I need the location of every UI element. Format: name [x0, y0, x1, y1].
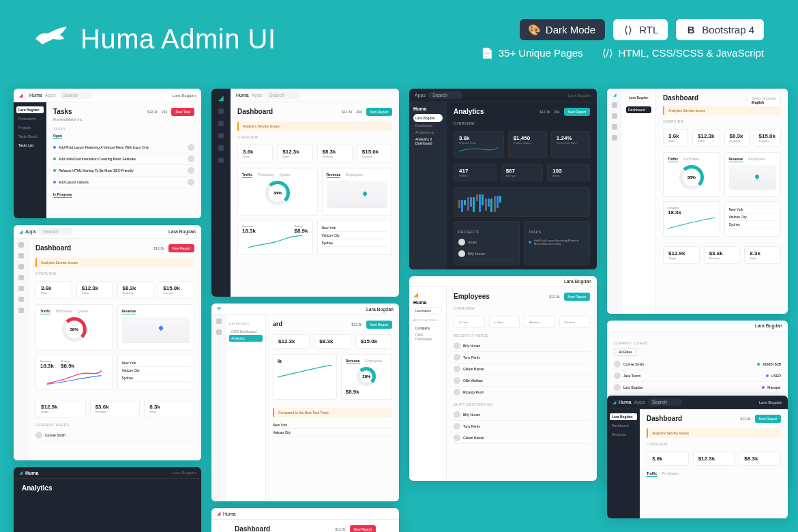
page-title: Tasks — [53, 108, 83, 115]
sidebar: Lara Bogdan Productivity Projects Tasks … — [14, 102, 46, 218]
task-row: Add Initial Documentation Covering Basic… — [53, 153, 194, 165]
code-icon: ⟨/⟩ — [602, 48, 613, 59]
task-row: Refactor HTML Markup To Be More SEO Frie… — [53, 165, 194, 177]
line-chart — [242, 234, 308, 250]
logo-icon: ◢ — [218, 94, 224, 102]
rtl-badge: ⟨⟩ RTL — [613, 19, 668, 40]
new-task-button[interactable]: New Task — [171, 108, 194, 116]
new-report-button[interactable]: New Report — [366, 108, 392, 116]
screenshot-analytics-dark: AppsSearchLara Bogdan Huma Lara Bogdan D… — [409, 89, 597, 269]
screenshot-employees: Lara Bogdan ◢ Huma Lara Bogdan APPLICATI… — [409, 276, 597, 481]
paint-icon: 🎨 — [529, 25, 540, 35]
donut-chart: 38% — [265, 181, 290, 205]
bootstrap-icon: B — [685, 25, 696, 35]
page-title: Analytics — [454, 108, 484, 115]
task-row: Add Fluid Layout Featuring A Vertical Me… — [53, 142, 194, 153]
sidebar-item: Tasks Board — [16, 133, 44, 140]
screenshot-dashboard-darkside: ◢ HumaAppsSearch Dashboard $12.3k264New … — [211, 89, 399, 297]
huma-bird-icon — [34, 25, 68, 53]
dark-mode-badge: 🎨 Dark Mode — [520, 19, 605, 40]
screenshot-dashboard-dark-bottom: ◢HumaAppsSearchLara Bogdan Lara BogdanDa… — [607, 396, 788, 518]
pages-count: 📄 35+ Unique Pages — [482, 47, 583, 59]
logo-icon: ◢ — [19, 93, 23, 98]
task-row: Add Layout Options — [53, 177, 194, 188]
screenshot-dashboard-lang: ◢ Lara Bogdan Dashboard Select language … — [607, 89, 788, 314]
screenshot-grid: ◢ Huma Apps Search Lara Bogdan Lara Bogd… — [14, 89, 784, 532]
map — [327, 181, 388, 208]
screenshot-dashboard-drawer: ☰Lara Bogdan DASHBOARD CMS Dashboard Ana… — [211, 304, 399, 501]
screenshot-tasks: ◢ Huma Apps Search Lara Bogdan Lara Bogd… — [14, 89, 201, 218]
screenshot-dashboard-icons: ◢AppsSearchLara Bogdan Dashboard$12.3kNe… — [14, 225, 201, 460]
product-title: Huma Admin UI — [80, 24, 276, 55]
pages-icon: 📄 — [482, 48, 493, 59]
sidebar-item: Projects — [16, 124, 44, 131]
sidebar-item: Productivity — [16, 115, 44, 122]
screenshot-dashboard-bottom: ◢Huma Dashboard$12.3kNew Report 3.6k $12… — [211, 508, 399, 532]
sidebar-item-active: Tasks List — [16, 142, 44, 149]
rtl-icon: ⟨⟩ — [623, 25, 634, 35]
sidebar-user: Lara Bogdan — [16, 106, 44, 113]
tech-stack: ⟨/⟩ HTML, CSS/SCSS & JavaScript — [602, 47, 764, 59]
bar-chart — [458, 192, 585, 212]
icon-sidebar: ◢ — [607, 89, 622, 314]
bootstrap-badge: B Bootstrap 4 — [676, 19, 764, 40]
screenshot-analytics-bottom: ◢HumaLara Bogdan Analytics — [14, 467, 201, 532]
page-title: Dashboard — [237, 108, 273, 115]
alert: Analytics Service Issues — [237, 121, 392, 131]
